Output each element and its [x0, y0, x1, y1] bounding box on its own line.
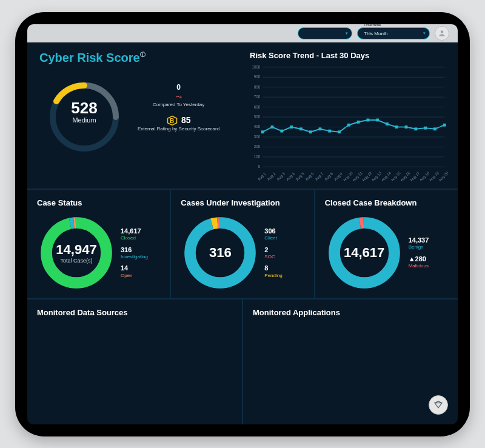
svg-text:900: 900 [254, 75, 261, 79]
case-status-total-label: Total Case(s) [60, 258, 92, 264]
legend-item[interactable]: 316Investigating [121, 246, 148, 260]
user-icon [438, 29, 446, 38]
info-icon[interactable]: ⓘ [140, 52, 146, 58]
svg-marker-2 [167, 116, 176, 125]
svg-rect-53 [338, 130, 341, 133]
under-investigation-donut: 316 [181, 213, 259, 292]
risk-gauge: 528 Medium [42, 75, 127, 141]
monitored-applications-title: Monitored Applications [243, 299, 458, 424]
trend-icon: ⤳ [138, 93, 219, 102]
legend-label: Open [121, 273, 148, 279]
legend-item[interactable]: 14,617Closed [121, 227, 148, 241]
svg-text:700: 700 [254, 95, 261, 99]
svg-text:Aug 7: Aug 7 [314, 171, 325, 181]
svg-text:Aug 1: Aug 1 [256, 171, 267, 181]
risk-score-panel: Cyber Risk Scoreⓘ 528 [27, 42, 242, 189]
svg-text:0: 0 [258, 164, 261, 169]
risk-score-label: Medium [72, 116, 96, 124]
risk-row: Cyber Risk Scoreⓘ 528 [27, 42, 458, 190]
filter-select-1[interactable] [298, 27, 352, 39]
legend-label: Investigating [121, 254, 148, 260]
timeframe-field-label: Timeframe [364, 24, 381, 27]
external-rating-label: External Rating by Security Scorecard [138, 126, 219, 132]
svg-text:500: 500 [254, 115, 261, 119]
under-investigation-title: Cases Under Investigation [181, 198, 305, 207]
closed-breakdown-title: Closed Case Breakdown [325, 198, 449, 207]
svg-rect-56 [366, 119, 369, 122]
svg-point-0 [441, 30, 444, 33]
legend-label: SOC [264, 254, 282, 260]
user-avatar[interactable] [435, 26, 449, 41]
svg-text:Aug 5: Aug 5 [295, 171, 306, 181]
svg-text:Aug 4: Aug 4 [286, 171, 296, 181]
svg-rect-59 [395, 125, 398, 129]
legend-label: Pending [264, 273, 282, 279]
external-rating-value: 85 [181, 115, 191, 125]
svg-rect-46 [271, 125, 274, 129]
legend-item[interactable]: 14Open [121, 264, 148, 278]
compared-value: 0 [138, 83, 219, 93]
legend-value: 14 [121, 264, 148, 272]
risk-score-value: 528 [71, 99, 97, 118]
svg-text:800: 800 [254, 85, 261, 89]
case-status-total: 14,947 [56, 242, 96, 258]
legend-value: 2 [264, 246, 282, 254]
svg-text:300: 300 [254, 135, 261, 139]
svg-text:400: 400 [254, 124, 261, 129]
svg-rect-45 [261, 130, 264, 133]
svg-rect-49 [299, 127, 303, 130]
svg-rect-57 [376, 119, 379, 122]
svg-rect-50 [309, 130, 312, 133]
legend-item[interactable]: 14,337Benign [409, 236, 429, 250]
risk-comparisons: 0 ⤳ Compared To Yesterday B 85 External … [138, 83, 219, 132]
under-investigation-legend: 306Client2SOC8Pending [264, 227, 282, 278]
svg-text:Aug 6: Aug 6 [304, 171, 315, 181]
closed-breakdown-card: Closed Case Breakdown 14,617 14,337Benig… [315, 190, 458, 298]
timeframe-select[interactable]: Timeframe This Month [357, 27, 430, 39]
legend-item[interactable]: 306Client [264, 227, 282, 241]
legend-value: 14,337 [409, 236, 429, 244]
svg-text:Aug 20: Aug 20 [438, 170, 448, 181]
diamond-icon [433, 400, 443, 410]
svg-rect-47 [280, 130, 283, 133]
legend-item[interactable]: 2SOC [264, 246, 282, 260]
screen: Timeframe This Month Cyber Risk Scoreⓘ [27, 24, 458, 424]
legend-item[interactable]: 8Pending [264, 264, 282, 278]
closed-breakdown-legend: 14,337Benign▲280Malicious [409, 236, 429, 269]
bottom-row: Monitored Data Sources Monitored Applica… [27, 299, 458, 424]
legend-value: ▲280 [409, 255, 429, 263]
svg-rect-48 [290, 125, 293, 129]
legend-label: Closed [121, 235, 148, 241]
trend-chart[interactable]: 01002003004005006007008009001000Aug 1Aug… [249, 64, 448, 185]
legend-value: 316 [121, 246, 148, 254]
page-title: Cyber Risk Scoreⓘ [39, 51, 233, 65]
svg-text:200: 200 [254, 144, 261, 149]
help-widget-button[interactable] [429, 395, 448, 415]
under-investigation-total: 316 [209, 245, 232, 261]
closed-breakdown-donut: 14,617 [325, 213, 404, 292]
case-cards-row: Case Status 14,947 Total Case(s) [27, 190, 458, 299]
under-investigation-card: Cases Under Investigation 316 306 [171, 190, 315, 298]
svg-rect-60 [405, 125, 408, 129]
case-status-card: Case Status 14,947 Total Case(s) [27, 190, 171, 298]
closed-breakdown-total: 14,617 [344, 245, 384, 261]
monitored-data-sources-title: Monitored Data Sources [27, 299, 243, 424]
svg-rect-61 [414, 127, 417, 130]
legend-label: Client [264, 235, 282, 241]
legend-value: 14,617 [121, 227, 148, 235]
compared-label: Compared To Yesterday [138, 102, 219, 108]
risk-trend-panel: Risk Score Trend - Last 30 Days 01002003… [242, 42, 458, 189]
legend-label: Malicious [409, 263, 429, 269]
legend-value: 8 [264, 264, 282, 272]
legend-item[interactable]: ▲280Malicious [409, 255, 429, 269]
svg-rect-64 [443, 124, 446, 127]
timeframe-value: This Month [364, 31, 388, 36]
svg-text:Aug 2: Aug 2 [266, 171, 277, 181]
svg-rect-63 [433, 127, 436, 130]
svg-rect-55 [357, 121, 360, 124]
svg-text:100: 100 [254, 155, 261, 159]
case-status-donut: 14,947 Total Case(s) [37, 213, 116, 292]
trend-chart-title: Risk Score Trend - Last 30 Days [250, 51, 448, 60]
svg-rect-58 [386, 122, 389, 125]
svg-rect-52 [328, 130, 331, 133]
